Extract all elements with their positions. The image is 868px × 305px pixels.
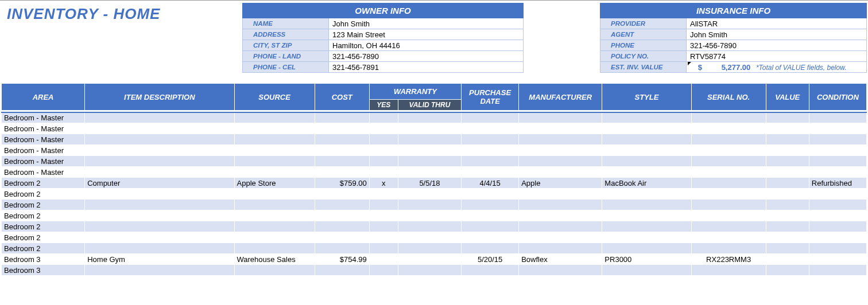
cell-area[interactable]: Bedroom - Master	[2, 145, 85, 156]
cell-pdate[interactable]	[462, 156, 519, 167]
cell-item[interactable]	[85, 145, 234, 156]
cell-item[interactable]	[85, 232, 234, 243]
cell-area[interactable]: Bedroom 2	[2, 200, 85, 210]
cell-pdate[interactable]	[462, 243, 519, 254]
cell-item[interactable]	[85, 210, 234, 221]
cell-pdate[interactable]	[462, 145, 519, 156]
cell-wyes[interactable]	[369, 210, 398, 221]
cell-area[interactable]: Bedroom 2	[2, 178, 85, 189]
cell-wthru[interactable]	[398, 134, 461, 145]
cell-wthru[interactable]	[398, 243, 461, 254]
cell-item[interactable]	[85, 200, 234, 210]
cell-area[interactable]: Bedroom - Master	[2, 112, 85, 123]
cell-wthru[interactable]	[398, 200, 461, 210]
cell-source[interactable]	[234, 243, 315, 254]
cell-source[interactable]	[234, 167, 315, 178]
cell-cond[interactable]	[809, 123, 866, 134]
cell-source[interactable]: Warehouse Sales	[234, 254, 315, 265]
cell-wyes[interactable]	[369, 254, 398, 265]
col-warranty-thru[interactable]: VALID THRU	[398, 100, 461, 111]
cell-pdate[interactable]	[462, 232, 519, 243]
owner-phone-cel-value[interactable]: 321-456-7891	[329, 62, 524, 73]
cell-value[interactable]	[766, 112, 809, 123]
cell-serial[interactable]	[691, 112, 766, 123]
cell-value[interactable]	[766, 232, 809, 243]
cell-serial[interactable]	[691, 221, 766, 232]
cell-wyes[interactable]	[369, 232, 398, 243]
cell-serial[interactable]	[691, 265, 766, 276]
cell-item[interactable]	[85, 156, 234, 167]
cell-area[interactable]: Bedroom - Master	[2, 123, 85, 134]
cell-cost[interactable]	[315, 134, 369, 145]
cell-mfr[interactable]	[519, 210, 602, 221]
cell-value[interactable]	[766, 145, 809, 156]
cell-pdate[interactable]: 5/20/15	[462, 254, 519, 265]
cell-mfr[interactable]	[519, 189, 602, 200]
cell-style[interactable]	[602, 134, 691, 145]
cell-area[interactable]: Bedroom 2	[2, 221, 85, 232]
cell-wthru[interactable]: 5/5/18	[398, 178, 461, 189]
cell-serial[interactable]	[691, 178, 766, 189]
cell-wyes[interactable]	[369, 112, 398, 123]
cell-source[interactable]	[234, 265, 315, 276]
cell-value[interactable]	[766, 254, 809, 265]
ins-agent-value[interactable]: John Smith	[687, 29, 867, 40]
cell-cost[interactable]	[315, 210, 369, 221]
cell-source[interactable]	[234, 156, 315, 167]
cell-mfr[interactable]	[519, 145, 602, 156]
cell-area[interactable]: Bedroom 3	[2, 265, 85, 276]
col-serial[interactable]: SERIAL NO.	[691, 84, 766, 111]
cell-value[interactable]	[766, 167, 809, 178]
cell-item[interactable]	[85, 134, 234, 145]
cell-source[interactable]	[234, 123, 315, 134]
owner-name-value[interactable]: John Smith	[329, 18, 524, 29]
cell-item[interactable]: Home Gym	[85, 254, 234, 265]
cell-mfr[interactable]	[519, 112, 602, 123]
cell-style[interactable]	[602, 210, 691, 221]
cell-wthru[interactable]	[398, 123, 461, 134]
cell-pdate[interactable]	[462, 210, 519, 221]
cell-wyes[interactable]	[369, 243, 398, 254]
cell-style[interactable]	[602, 232, 691, 243]
cell-wthru[interactable]	[398, 156, 461, 167]
cell-cond[interactable]	[809, 134, 866, 145]
cell-cost[interactable]	[315, 243, 369, 254]
cell-mfr[interactable]	[519, 156, 602, 167]
cell-item[interactable]	[85, 243, 234, 254]
cell-item[interactable]	[85, 189, 234, 200]
cell-style[interactable]	[602, 189, 691, 200]
cell-pdate[interactable]	[462, 134, 519, 145]
col-cost[interactable]: COST	[315, 84, 369, 111]
cell-value[interactable]	[766, 200, 809, 210]
cell-value[interactable]	[766, 189, 809, 200]
cell-cond[interactable]	[809, 232, 866, 243]
cell-value[interactable]	[766, 178, 809, 189]
cell-style[interactable]	[602, 200, 691, 210]
col-warranty[interactable]: WARRANTY	[369, 84, 461, 100]
cell-serial[interactable]	[691, 200, 766, 210]
cell-wyes[interactable]	[369, 123, 398, 134]
cell-wyes[interactable]	[369, 167, 398, 178]
cell-item[interactable]	[85, 112, 234, 123]
cell-cond[interactable]	[809, 254, 866, 265]
cell-value[interactable]	[766, 210, 809, 221]
cell-cost[interactable]	[315, 167, 369, 178]
col-area[interactable]: AREA	[2, 84, 85, 111]
owner-city-value[interactable]: Hamilton, OH 44416	[329, 40, 524, 51]
cell-area[interactable]: Bedroom 3	[2, 254, 85, 265]
cell-mfr[interactable]	[519, 265, 602, 276]
cell-area[interactable]: Bedroom - Master	[2, 156, 85, 167]
cell-wthru[interactable]	[398, 254, 461, 265]
cell-cost[interactable]	[315, 189, 369, 200]
cell-serial[interactable]	[691, 189, 766, 200]
cell-mfr[interactable]: Apple	[519, 178, 602, 189]
cell-area[interactable]: Bedroom - Master	[2, 134, 85, 145]
cell-pdate[interactable]: 4/4/15	[462, 178, 519, 189]
cell-mfr[interactable]	[519, 123, 602, 134]
cell-mfr[interactable]	[519, 221, 602, 232]
cell-pdate[interactable]	[462, 200, 519, 210]
cell-wyes[interactable]: x	[369, 178, 398, 189]
cell-serial[interactable]	[691, 232, 766, 243]
cell-wyes[interactable]	[369, 156, 398, 167]
cell-value[interactable]	[766, 156, 809, 167]
